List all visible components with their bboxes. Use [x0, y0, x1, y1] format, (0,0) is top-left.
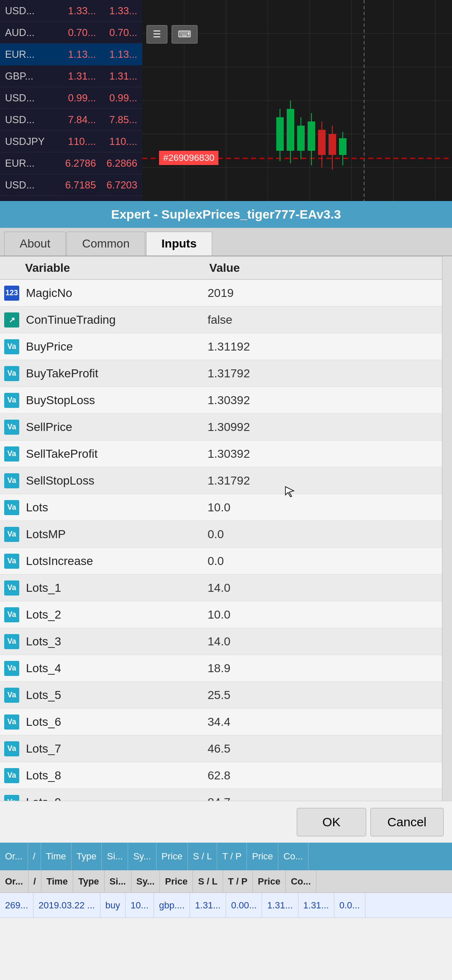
- table-row[interactable]: Va LotsMP 0.0: [0, 521, 452, 548]
- orders-column-header: T / P: [223, 870, 253, 893]
- row-icon-cell: Va: [0, 714, 23, 730]
- table-row[interactable]: 123 MagicNo 2019: [0, 280, 452, 307]
- order-type: buy: [100, 893, 126, 918]
- variable-value[interactable]: 1.30392: [199, 447, 452, 461]
- variable-value[interactable]: 10.0: [199, 608, 452, 622]
- order-sl: 0.00...: [226, 893, 262, 918]
- table-row[interactable]: Va SellStopLoss 1.31792: [0, 467, 452, 494]
- table-row[interactable]: Va BuyTakeProfit 1.31792: [0, 360, 452, 387]
- variable-value[interactable]: 62.8: [199, 769, 452, 782]
- market-row[interactable]: AUD... 0.70... 0.70...: [0, 22, 142, 44]
- row-icon-cell: Va: [0, 580, 23, 596]
- tab-about[interactable]: About: [4, 232, 66, 255]
- variable-name: BuyStopLoss: [23, 394, 199, 407]
- dialog-buttons-bar: OK Cancel: [0, 801, 452, 843]
- variable-icon: Va: [4, 366, 19, 381]
- table-row[interactable]: Va Lots_4 18.9: [0, 655, 452, 682]
- ok-button[interactable]: OK: [297, 808, 366, 836]
- market-row[interactable]: EUR... 1.13... 1.13...: [0, 44, 142, 65]
- table-row[interactable]: Va BuyStopLoss 1.30392: [0, 387, 452, 414]
- variable-name: Lots_8: [23, 769, 199, 782]
- variable-icon: 123: [4, 286, 19, 301]
- variable-value[interactable]: 10.0: [199, 501, 452, 514]
- variable-value[interactable]: 1.30392: [199, 394, 452, 407]
- table-row[interactable]: Va Lots_8 62.8: [0, 762, 452, 789]
- market-ask: 0.99...: [96, 92, 137, 104]
- svg-rect-33: [339, 138, 347, 155]
- variable-value[interactable]: 2019: [199, 286, 452, 300]
- variable-value[interactable]: 1.30992: [199, 420, 452, 434]
- row-icon-cell: Va: [0, 473, 23, 488]
- market-bid: 6.2786: [55, 157, 96, 169]
- table-row[interactable]: Va Lots_6 34.4: [0, 709, 452, 735]
- market-ask: 1.31...: [96, 70, 137, 82]
- tab-inputs[interactable]: Inputs: [146, 232, 212, 255]
- variable-value[interactable]: 18.9: [199, 662, 452, 675]
- table-row[interactable]: Va Lots_3 14.0: [0, 628, 452, 655]
- scroll-bar[interactable]: [442, 256, 452, 801]
- market-row[interactable]: USD... 18.9... 18.9...: [0, 196, 142, 201]
- table-row[interactable]: Va Lots_2 10.0: [0, 601, 452, 628]
- svg-rect-15: [276, 117, 284, 151]
- row-icon-cell: 123: [0, 286, 23, 301]
- column-value-header: Value: [201, 261, 452, 275]
- variable-value[interactable]: 34.4: [199, 715, 452, 729]
- variable-value[interactable]: 14.0: [199, 635, 452, 648]
- table-row[interactable]: Va LotsIncrease 0.0: [0, 548, 452, 575]
- table-row[interactable]: Va Lots_7 46.5: [0, 735, 452, 762]
- table-row[interactable]: Va Lots 10.0: [0, 494, 452, 521]
- table-row[interactable]: Va SellPrice 1.30992: [0, 414, 452, 441]
- row-icon-cell: Va: [0, 795, 23, 801]
- variable-value[interactable]: 25.5: [199, 689, 452, 702]
- market-row[interactable]: GBP... 1.31... 1.31...: [0, 65, 142, 87]
- variable-value[interactable]: false: [199, 313, 452, 327]
- status-column-header: T / P: [217, 843, 247, 870]
- table-row[interactable]: Va Lots_5 25.5: [0, 682, 452, 709]
- variable-value[interactable]: 1.31792: [199, 367, 452, 380]
- variable-value[interactable]: 0.0: [199, 554, 452, 568]
- variable-icon: Va: [4, 420, 19, 435]
- row-icon-cell: Va: [0, 393, 23, 408]
- variable-name: LotsMP: [23, 528, 199, 541]
- table-row[interactable]: ↗ ConTinueTrading false: [0, 307, 452, 333]
- variable-value[interactable]: 14.0: [199, 581, 452, 595]
- market-row[interactable]: USDJPY 110.... 110....: [0, 131, 142, 152]
- chart-area: ☰ ⌨ #269096830: [142, 0, 452, 201]
- order-row[interactable]: 269... 2019.03.22 ... buy 10... gbp.... …: [0, 893, 452, 918]
- row-icon-cell: Va: [0, 420, 23, 435]
- keyboard-button[interactable]: ⌨: [172, 25, 198, 44]
- market-row[interactable]: USD... 6.7185 6.7203: [0, 174, 142, 196]
- variable-value[interactable]: 46.5: [199, 742, 452, 756]
- cancel-button[interactable]: Cancel: [370, 808, 444, 836]
- status-column-header: Sy...: [128, 843, 156, 870]
- market-ask: 1.13...: [96, 49, 137, 60]
- table-row[interactable]: Va BuyPrice 1.31192: [0, 333, 452, 360]
- table-row[interactable]: Va Lots_9 84.7: [0, 789, 452, 801]
- table-row[interactable]: Va SellTakeProfit 1.30392: [0, 441, 452, 467]
- market-ask: 7.85...: [96, 114, 137, 126]
- variable-value[interactable]: 0.0: [199, 528, 452, 541]
- variable-name: Lots_2: [23, 608, 199, 622]
- variable-value[interactable]: 84.7: [199, 796, 452, 801]
- orders-panel: Or.../TimeTypeSi...Sy...PriceS / LT / PP…: [0, 870, 452, 980]
- row-icon-cell: Va: [0, 768, 23, 783]
- order-size: 10...: [126, 893, 154, 918]
- market-row[interactable]: EUR... 6.2786 6.2866: [0, 152, 142, 174]
- tab-common[interactable]: Common: [67, 232, 145, 255]
- row-icon-cell: Va: [0, 661, 23, 676]
- variable-name: BuyTakeProfit: [23, 367, 199, 380]
- status-bar: Or.../TimeTypeSi...Sy...PriceS / LT / PP…: [0, 843, 452, 870]
- market-row[interactable]: USD... 1.33... 1.33...: [0, 0, 142, 22]
- svg-rect-27: [318, 130, 326, 155]
- variable-icon: Va: [4, 527, 19, 542]
- chart-toolbar: ☰ ⌨: [146, 25, 198, 44]
- hamburger-menu-button[interactable]: ☰: [146, 25, 167, 44]
- market-row[interactable]: USD... 0.99... 0.99...: [0, 87, 142, 109]
- row-icon-cell: Va: [0, 446, 23, 462]
- variable-value[interactable]: 1.31192: [199, 340, 452, 353]
- variable-value[interactable]: 1.31792: [199, 474, 452, 487]
- table-row[interactable]: Va Lots_1 14.0: [0, 575, 452, 601]
- market-bid: 0.70...: [55, 27, 96, 39]
- orders-column-header: Sy...: [131, 870, 160, 893]
- market-row[interactable]: USD... 7.84... 7.85...: [0, 109, 142, 131]
